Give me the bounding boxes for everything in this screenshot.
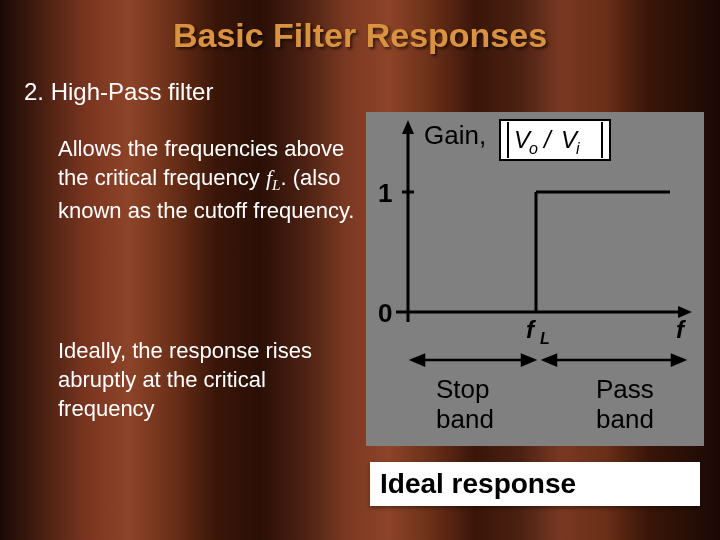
x-label-fL-f: f xyxy=(526,316,536,343)
symbol-fL-sub: L xyxy=(272,176,281,193)
paragraph-2: Ideally, the response rises abruptly at … xyxy=(58,336,358,423)
band-arrows xyxy=(412,355,684,365)
svg-marker-11 xyxy=(672,355,684,365)
symbol-fL: fL xyxy=(266,165,281,190)
stop-band-l1: Stop xyxy=(436,374,490,404)
ratio-vo-sub: o xyxy=(529,140,538,157)
gain-label: Gain, xyxy=(424,120,486,150)
x-label-f: f xyxy=(676,316,686,343)
graph-svg: Gain, V o / V i 1 0 f L f Stop band Pass… xyxy=(366,112,704,446)
svg-marker-7 xyxy=(412,355,424,365)
svg-marker-10 xyxy=(544,355,556,365)
pass-band-l1: Pass xyxy=(596,374,654,404)
section-heading: 2. High-Pass filter xyxy=(24,78,213,106)
ratio-vi-sub: i xyxy=(576,140,580,157)
pass-band-l2: band xyxy=(596,404,654,434)
x-label-fL-sub: L xyxy=(540,330,550,347)
y-label-0: 0 xyxy=(378,298,392,328)
svg-marker-8 xyxy=(522,355,534,365)
paragraph-1: Allows the frequencies above the critica… xyxy=(58,134,358,225)
svg-marker-1 xyxy=(402,120,414,134)
slide-title: Basic Filter Responses xyxy=(0,0,720,55)
y-label-1: 1 xyxy=(378,178,392,208)
stop-band-l2: band xyxy=(436,404,494,434)
highpass-graph: Gain, V o / V i 1 0 f L f Stop band Pass… xyxy=(366,112,704,446)
response-curve xyxy=(536,192,670,312)
graph-caption: Ideal response xyxy=(370,462,700,506)
